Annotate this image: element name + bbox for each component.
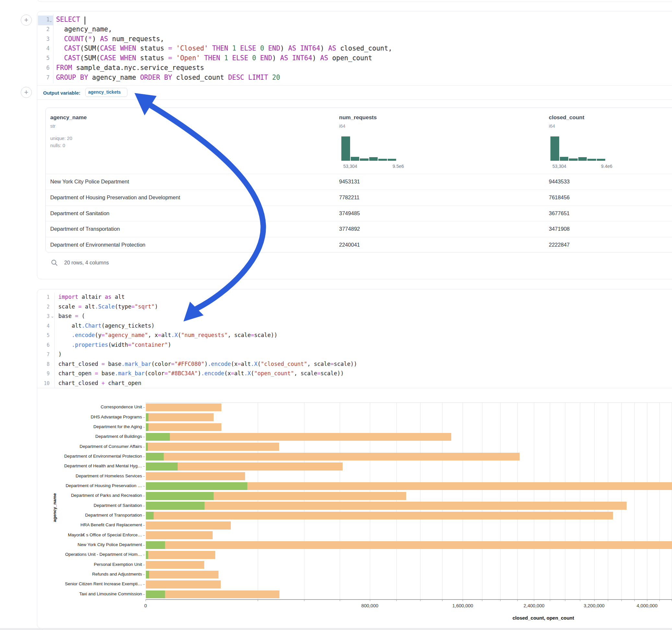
histogram-bar: [578, 157, 587, 161]
y-axis-label: Department of Transportation: [37, 513, 142, 517]
code-line[interactable]: CAST(SUM(CASE WHEN status = 'Open' THEN …: [56, 54, 372, 62]
y-axis-label: HRA Benefit Card Replacement: [37, 523, 142, 527]
column-header-agency-name[interactable]: agency_name: [50, 114, 87, 121]
gridline: [340, 403, 340, 599]
gridline: [462, 403, 463, 599]
y-axis-label: Department of Sanitation: [37, 503, 142, 508]
gridline: [672, 403, 672, 599]
code-line[interactable]: alt.Chart(agency_tickets): [58, 322, 154, 329]
bar-open-count: [146, 462, 178, 470]
bar-closed-count: [146, 472, 245, 480]
code-line[interactable]: agency_name,: [56, 25, 112, 33]
y-axis-label: Department of Homeless Services: [37, 474, 142, 478]
code-line[interactable]: import altair as alt: [58, 294, 125, 300]
table-cell-num_requests[interactable]: 9453131: [339, 178, 360, 185]
code-line[interactable]: .encode(y="agency_name", x=alt.X("num_re…: [58, 332, 278, 338]
table-cell-num_requests[interactable]: 7782211: [339, 194, 360, 201]
table-cell-agency_name[interactable]: Department of Sanitation: [50, 210, 110, 217]
line-number: 5: [38, 333, 50, 338]
column-header-num-requests[interactable]: num_requests: [339, 114, 377, 121]
y-axis-label: Department of Health and Mental Hyg…: [37, 463, 142, 468]
code-line[interactable]: ): [58, 351, 62, 358]
gridline: [550, 403, 550, 599]
bar-closed-count: [146, 531, 213, 539]
table-cell-closed_count[interactable]: 3471908: [549, 226, 570, 232]
row-separator: [46, 190, 672, 190]
bar-closed-count: [146, 453, 520, 461]
column-stat-nulls: nulls: 0: [50, 143, 65, 148]
gridline: [482, 403, 482, 599]
y-axis-tick: [143, 506, 145, 506]
y-axis-label: Department for the Aging: [37, 424, 142, 429]
table-cell-num_requests[interactable]: 3774892: [339, 226, 360, 232]
code-line[interactable]: COUNT(*) AS num_requests,: [56, 35, 164, 43]
code-line[interactable]: FROM sample_data.nyc.service_requests: [56, 64, 204, 72]
code-line[interactable]: chart_closed + chart_open: [58, 380, 141, 386]
code-line[interactable]: chart_closed = base.mark_bar(color="#FFC…: [58, 361, 357, 367]
code-line[interactable]: .properties(width="container"): [58, 342, 171, 348]
fold-chevron-icon[interactable]: ⌄: [49, 18, 52, 23]
bar-open-count: [146, 512, 154, 520]
y-axis-tick: [143, 545, 145, 546]
hist-min-label: 53,304: [343, 164, 357, 169]
y-axis-label: Mayorâ€ s Office of Special Enforce…: [37, 532, 142, 537]
line-number: 6: [38, 342, 50, 348]
table-cell-agency_name[interactable]: Department of Environmental Protection: [50, 242, 145, 248]
code-line[interactable]: chart_open = base.mark_bar(color="#8BC34…: [58, 370, 344, 377]
row-separator: [46, 174, 672, 174]
code-line[interactable]: CAST(SUM(CASE WHEN status = 'Closed' THE…: [56, 44, 392, 52]
add-cell-button-output[interactable]: +: [21, 87, 32, 98]
output-variable-pill[interactable]: agency_tickets: [85, 88, 127, 97]
x-axis-label: 800,000: [361, 603, 378, 608]
y-axis-tick: [143, 466, 145, 467]
table-cell-closed_count[interactable]: 2222847: [549, 242, 570, 248]
histogram-bar: [360, 159, 368, 161]
table-cell-agency_name[interactable]: Department of Transportation: [50, 226, 120, 232]
line-number: 7: [38, 74, 50, 81]
column-type-agency-name: str: [50, 123, 55, 129]
x-axis-label: 0: [144, 603, 147, 608]
bar-closed-count: [146, 551, 215, 559]
y-axis-tick: [143, 447, 145, 447]
x-axis-label: 4,000,000: [637, 603, 658, 608]
line-number: 4: [38, 45, 50, 51]
add-cell-button-top[interactable]: +: [21, 15, 32, 26]
code-line[interactable]: SELECT: [56, 16, 84, 23]
table-cell-closed_count[interactable]: 9443533: [549, 178, 570, 185]
column-stat-unique: unique: 20: [50, 136, 72, 141]
notebook-page: { "ui": { "plus_button_label": "+", "out…: [0, 0, 672, 630]
row-separator: [46, 205, 672, 206]
bar-open-count: [146, 443, 148, 451]
y-axis-tick: [143, 496, 145, 496]
table-cell-num_requests[interactable]: 3749485: [339, 210, 360, 217]
code-line[interactable]: scale = alt.Scale(type="sqrt"): [58, 303, 158, 310]
bar-closed-count: [146, 423, 221, 431]
column-type-closed-count: i64: [549, 123, 555, 129]
table-cell-agency_name[interactable]: Department of Housing Preservation and D…: [50, 194, 180, 201]
y-axis-tick: [143, 525, 145, 526]
fold-chevron-icon[interactable]: ⌄: [51, 314, 54, 319]
y-axis-label: Correspondence Unit: [37, 405, 142, 409]
line-number: 1: [38, 16, 50, 23]
table-cell-closed_count[interactable]: 3677651: [549, 210, 570, 217]
x-axis-label: 3,200,000: [583, 603, 605, 608]
cell-separator: [37, 99, 672, 100]
y-axis-tick: [143, 427, 145, 428]
bar-closed-count: [146, 512, 613, 520]
column-header-closed-count[interactable]: closed_count: [549, 114, 584, 121]
gridline: [420, 403, 421, 599]
table-cell-closed_count[interactable]: 7618456: [549, 194, 570, 201]
line-number: 7: [38, 352, 50, 358]
x-axis-label: 2,400,000: [524, 603, 545, 608]
line-number: 1: [38, 294, 50, 300]
x-axis-title: closed_count, open_count: [512, 615, 574, 621]
code-line[interactable]: base = (: [58, 313, 85, 319]
text-cursor: [85, 17, 85, 25]
search-icon[interactable]: [51, 259, 58, 268]
table-cell-agency_name[interactable]: New York City Police Department: [50, 178, 129, 185]
gridline: [634, 403, 635, 599]
histogram-bar: [597, 159, 605, 161]
code-line[interactable]: GROUP BY agency_name ORDER BY closed_cou…: [56, 74, 280, 81]
line-number: 8: [38, 361, 50, 367]
table-cell-num_requests[interactable]: 2240041: [339, 242, 360, 248]
